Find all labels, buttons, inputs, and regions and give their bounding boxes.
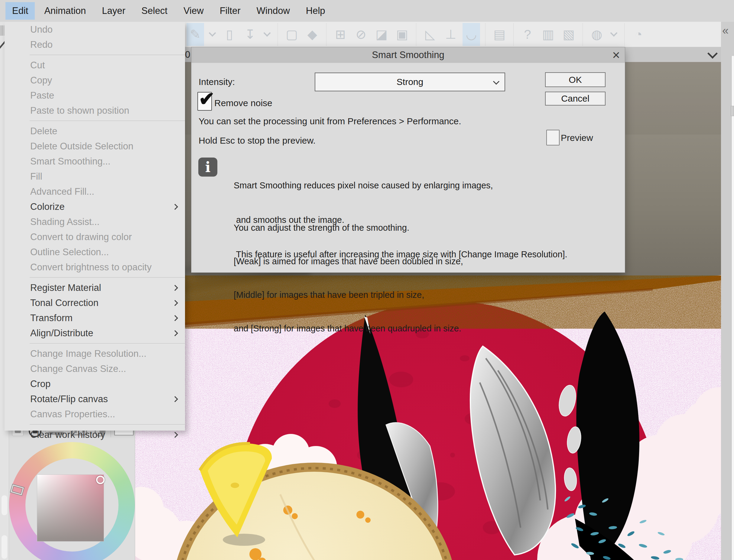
saturation-value-square[interactable] [37, 475, 104, 541]
intensity-select[interactable]: Strong [315, 73, 505, 91]
info-icon: i [198, 158, 217, 177]
edit-menu-dropdown: UndoRedoCutCopyPastePaste to shown posit… [5, 22, 185, 431]
menu-item-delete[interactable]: Delete [5, 124, 185, 139]
menu-item-convert-to-drawing-color[interactable]: Convert to drawing color [5, 230, 185, 245]
clipboard-icon[interactable]: ▧ [560, 23, 577, 46]
menu-separator [30, 341, 185, 343]
menu-item-align-distribute[interactable]: Align/Distribute [5, 326, 185, 341]
menu-item-rotate-flip-canvas[interactable]: Rotate/Flip canvas [5, 392, 185, 407]
submenu-chevron-icon [172, 285, 178, 291]
chevron-down-icon [493, 78, 499, 85]
menu-item-label: Paste [30, 90, 54, 101]
menubar-item-animation[interactable]: Animation [38, 2, 93, 20]
selection-border-icon[interactable]: ▣ [393, 23, 411, 46]
menu-item-delete-outside-selection[interactable]: Delete Outside Selection [5, 139, 185, 154]
preview-label: Preview [561, 133, 593, 143]
menubar-item-help[interactable]: Help [299, 2, 332, 20]
ruler-pen-icon[interactable]: ◺ [421, 23, 439, 46]
sv-cursor[interactable] [96, 476, 105, 484]
menu-item-change-image-resolution[interactable]: Change Image Resolution... [5, 346, 185, 361]
invert-selection-icon[interactable]: ◪ [373, 23, 390, 46]
copy-pages-icon[interactable]: ▥ [539, 23, 557, 46]
menu-item-label: Tonal Correction [30, 298, 99, 308]
menu-item-label: Delete [30, 126, 57, 137]
menu-item-canvas-properties[interactable]: Canvas Properties... [5, 407, 185, 422]
transform-selection-icon[interactable]: ⊞ [332, 23, 349, 46]
toolbar-separator [326, 23, 327, 46]
check-icon: ✔ [199, 88, 215, 110]
menu-item-label: Undo [30, 24, 53, 35]
menu-item-redo[interactable]: Redo [5, 37, 185, 52]
menubar-item-window[interactable]: Window [250, 2, 297, 20]
menu-item-fill[interactable]: Fill [5, 169, 185, 184]
menu-item-tonal-correction[interactable]: Tonal Correction [5, 295, 185, 311]
submenu-chevron-icon [172, 330, 178, 336]
document-tab-title-fragment: 0 [185, 49, 190, 60]
menubar-item-view[interactable]: View [177, 2, 211, 20]
fill-tool-icon[interactable]: ◆ [304, 23, 321, 46]
menu-item-copy[interactable]: Copy [5, 73, 185, 88]
scroll-strip[interactable] [2, 535, 7, 559]
menu-item-label: Paste to shown position [30, 105, 129, 116]
menubar-item-layer[interactable]: Layer [95, 2, 132, 20]
menu-item-crop[interactable]: Crop [5, 376, 185, 392]
menu-item-undo[interactable]: Undo [5, 22, 185, 37]
menu-item-label: Register Material [30, 282, 101, 293]
toolbar-separator [582, 23, 583, 46]
processing-note: You can set the processing unit from Pre… [199, 116, 461, 126]
smoothing-bowl-pen-icon[interactable]: ◡ [462, 23, 480, 46]
dialog-titlebar[interactable]: Smart Smoothing × [191, 47, 625, 63]
document-menu-chevron-icon[interactable] [707, 48, 718, 59]
grid-pen-icon[interactable]: ⊥ [442, 23, 459, 46]
submenu-chevron-icon [172, 315, 178, 321]
deselect-icon[interactable]: ▢ [283, 23, 301, 46]
ok-button[interactable]: OK [545, 72, 605, 87]
menu-item-convert-brightness-to-opacity[interactable]: Convert brightness to opacity [5, 260, 185, 275]
menu-item-label: Shading Assist... [30, 217, 100, 227]
adjust-dropdown-chevron-icon[interactable] [610, 29, 617, 37]
import-dropdown-chevron-icon[interactable] [263, 29, 271, 37]
submenu-chevron-icon [172, 300, 178, 306]
menu-item-label: Change Image Resolution... [30, 348, 146, 359]
dialog-title: Smart Smoothing [372, 50, 444, 60]
submenu-chevron-icon [172, 396, 178, 402]
brightness-adjust-icon[interactable]: ◍ [588, 23, 605, 46]
menu-item-cut[interactable]: Cut [5, 58, 185, 73]
menu-item-colorize[interactable]: Colorize [5, 199, 185, 214]
blend-brush-tool-icon[interactable]: ✎ [187, 23, 204, 46]
menu-item-paste[interactable]: Paste [5, 88, 185, 103]
menu-separator [30, 275, 185, 278]
cancel-button[interactable]: Cancel [545, 92, 605, 106]
menu-item-outline-selection[interactable]: Outline Selection... [5, 245, 185, 260]
menu-item-label: Delete Outside Selection [30, 141, 133, 152]
menu-item-transform[interactable]: Transform [5, 311, 185, 326]
menubar-item-filter[interactable]: Filter [213, 2, 247, 20]
remove-noise-label: Remove noise [214, 98, 273, 108]
menu-item-smart-smoothing[interactable]: Smart Smoothing... [5, 154, 185, 169]
menubar-item-edit[interactable]: Edit [5, 2, 35, 20]
remove-noise-checkbox[interactable]: ✔ [197, 92, 212, 111]
tool-dropdown-chevron-icon[interactable] [209, 29, 216, 37]
transparency-checker-icon[interactable]: ◔ [630, 23, 647, 46]
menu-item-shading-assist[interactable]: Shading Assist... [5, 214, 185, 230]
menu-item-register-material[interactable]: Register Material [5, 280, 185, 295]
right-dock-strip: « [721, 22, 734, 560]
menu-item-paste-to-shown-position[interactable]: Paste to shown position [5, 103, 185, 118]
close-icon[interactable]: × [612, 47, 620, 63]
preview-checkbox[interactable]: ✔ [546, 130, 559, 145]
scroll-strip[interactable] [2, 495, 7, 515]
menu-item-label: Canvas Properties... [30, 409, 115, 420]
clear-selection-icon[interactable]: ⊘ [352, 23, 370, 46]
help-bubble-icon[interactable]: ? [519, 23, 536, 46]
import-image-icon[interactable]: ↧ [241, 23, 259, 46]
device-dots-icon[interactable]: ▤ [491, 23, 508, 46]
toolbar-separator [624, 23, 625, 46]
menubar-item-select[interactable]: Select [135, 2, 174, 20]
menu-item-change-canvas-size[interactable]: Change Canvas Size... [5, 361, 185, 376]
menu-item-label: Cut [30, 60, 45, 71]
menu-item-advanced-fill[interactable]: Advanced Fill... [5, 184, 185, 199]
collapse-panel-icon[interactable]: « [722, 24, 729, 37]
reference-window-icon[interactable]: ▯ [221, 23, 238, 46]
menu-item-clear-work-history[interactable]: Clear work history [5, 427, 185, 442]
right-panel-tab[interactable] [731, 106, 734, 116]
